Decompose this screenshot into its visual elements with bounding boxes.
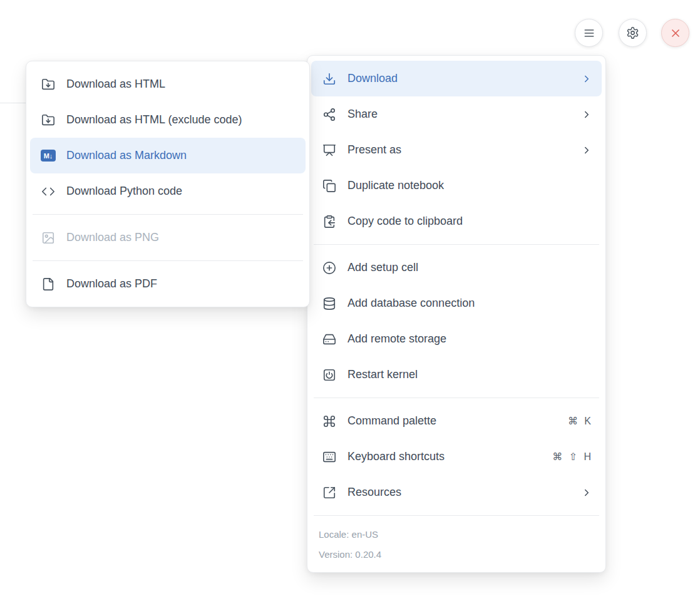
menu-item-label: Download as Markdown [66,149,297,162]
menu-divider [33,260,303,261]
menu-item-label: Add setup cell [347,261,593,274]
clipboard-copy-icon [322,214,337,229]
menu-item-add-database-connection[interactable]: Add database connection [311,285,602,321]
notebook-menu-button[interactable] [575,19,603,47]
shortcut-hint: ⌘ ⇧ H [552,451,593,463]
close-button[interactable] [661,19,689,47]
menu-item-label: Keyboard shortcuts [347,450,552,463]
shortcut-hint: ⌘ K [568,415,593,427]
external-link-icon [322,485,337,500]
command-icon [322,414,337,429]
download-icon [322,71,337,86]
power-icon [322,367,337,382]
menu-divider [314,244,599,245]
menu-item-download[interactable]: Download [311,61,602,96]
file-icon [41,277,56,292]
menu-item-label: Add database connection [347,297,593,310]
hard-drive-icon [322,332,337,347]
menu-item-share[interactable]: Share [311,96,602,132]
menu-item-label: Download as HTML [66,78,297,91]
menu-item-download-markdown[interactable]: M↓ Download as Markdown [30,138,306,173]
menu-item-download-png[interactable]: Download as PNG [30,220,306,255]
settings-button[interactable] [619,19,647,47]
x-icon [669,27,682,39]
menu-item-duplicate-notebook[interactable]: Duplicate notebook [311,168,602,203]
locale-text: Locale: en-US [319,525,594,545]
copy-icon [322,178,337,193]
menu-item-command-palette[interactable]: Command palette ⌘ K [311,403,602,439]
notebook-actions-menu: Download Share Present as Duplicate note… [307,55,606,573]
menu-divider [314,398,599,398]
menu-item-download-html[interactable]: Download as HTML [30,66,306,102]
hamburger-icon [583,27,595,39]
plus-circle-icon [322,260,337,275]
chevron-right-icon [580,144,593,157]
menu-item-label: Present as [347,143,580,157]
menu-item-restart-kernel[interactable]: Restart kernel [311,357,602,393]
database-icon [322,296,337,311]
keyboard-icon [322,449,337,465]
menu-item-label: Download as PNG [66,231,297,244]
menu-item-add-setup-cell[interactable]: Add setup cell [311,250,602,285]
menu-footer: Locale: en-US Version: 0.20.4 [311,521,602,567]
menu-item-label: Restart kernel [347,368,593,381]
folder-download-icon [41,113,56,128]
menu-item-label: Add remote storage [347,332,593,346]
share-icon [322,107,337,122]
menu-item-label: Download as HTML (exclude code) [66,113,297,126]
menu-divider [33,214,303,215]
menu-item-label: Download Python code [66,185,297,198]
markdown-icon: M↓ [41,148,56,163]
menu-item-resources[interactable]: Resources [311,475,602,510]
menu-divider [314,515,599,516]
menu-item-label: Share [347,108,580,121]
menu-item-download-pdf[interactable]: Download as PDF [30,266,306,302]
menu-item-label: Download [347,72,580,85]
chevron-right-icon [580,486,593,499]
code-icon [41,184,56,199]
menu-item-label: Resources [347,486,580,499]
menu-item-label: Command palette [347,414,568,428]
menu-item-download-python-code[interactable]: Download Python code [30,173,306,209]
page-edge-divider [0,103,26,103]
presentation-icon [322,143,337,158]
menu-item-label: Duplicate notebook [347,179,593,192]
chevron-right-icon [580,73,593,85]
menu-item-add-remote-storage[interactable]: Add remote storage [311,321,602,357]
folder-download-icon [41,77,56,92]
gear-icon [626,26,639,39]
menu-item-label: Copy code to clipboard [347,215,593,228]
menu-item-present-as[interactable]: Present as [311,132,602,168]
download-submenu: Download as HTML Download as HTML (exclu… [26,61,310,307]
markdown-badge: M↓ [41,150,56,162]
menu-item-keyboard-shortcuts[interactable]: Keyboard shortcuts ⌘ ⇧ H [311,439,602,475]
image-icon [41,230,56,245]
menu-item-copy-code[interactable]: Copy code to clipboard [311,203,602,239]
menu-item-download-html-exclude-code[interactable]: Download as HTML (exclude code) [30,102,306,138]
version-text: Version: 0.20.4 [319,545,594,565]
chevron-right-icon [580,108,593,121]
menu-item-label: Download as PDF [66,277,297,290]
